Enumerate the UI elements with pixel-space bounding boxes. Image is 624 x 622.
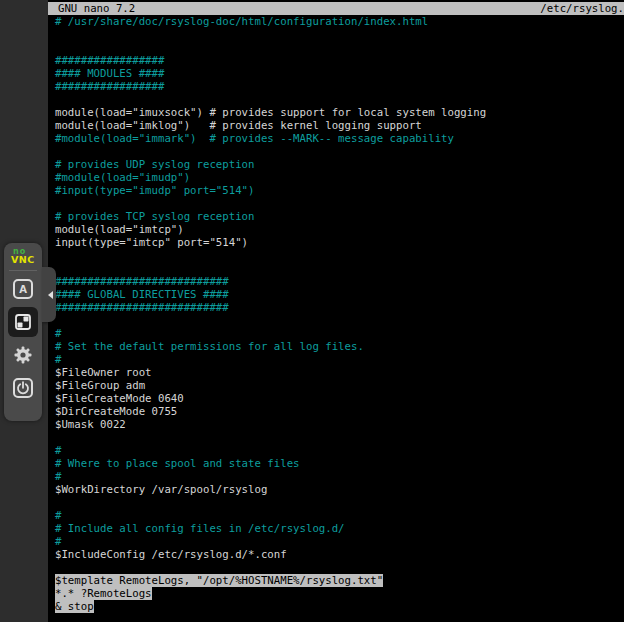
editor-line: #### MODULES ####: [55, 67, 624, 80]
editor-line: $template RemoteLogs, "/opt/%HOSTNAME%/r…: [55, 574, 624, 587]
editor-line: #module(load="imudp"): [55, 171, 624, 184]
editor-line: [55, 41, 624, 54]
editor-line: $FileGroup adm: [55, 379, 624, 392]
editor-line: $DirCreateMode 0755: [55, 405, 624, 418]
editor-line: #################: [55, 80, 624, 93]
editor-line: [55, 262, 624, 275]
editor-line: #input(type="imudp" port="514"): [55, 184, 624, 197]
power-icon: [13, 378, 33, 398]
editor-line: ###########################: [55, 301, 624, 314]
power-button[interactable]: [8, 373, 38, 403]
editor-line: [55, 93, 624, 106]
editor-line: *.* ?RemoteLogs: [55, 587, 624, 600]
editor-line: input(type="imtcp" port="514"): [55, 236, 624, 249]
editor-line: $WorkDirectory /var/spool/rsyslog: [55, 483, 624, 496]
editor-line: # /usr/share/doc/rsyslog-doc/html/config…: [55, 15, 624, 28]
editor-line: # provides UDP syslog reception: [55, 158, 624, 171]
editor-lines: # /usr/share/doc/rsyslog-doc/html/config…: [55, 15, 624, 613]
editor-line: [55, 197, 624, 210]
editor-line: ###########################: [55, 275, 624, 288]
control-bar-handle[interactable]: [42, 267, 56, 322]
editor-line: #: [55, 444, 624, 457]
editor-line: $IncludeConfig /etc/rsyslog.d/*.conf: [55, 548, 624, 561]
fullscreen-icon: [13, 312, 33, 332]
editor-line: # Include all config files in /etc/rsysl…: [55, 522, 624, 535]
editor-line: #### GLOBAL DIRECTIVES ####: [55, 288, 624, 301]
editor-line: #: [55, 509, 624, 522]
editor-line: $Umask 0022: [55, 418, 624, 431]
editor-line: #################: [55, 54, 624, 67]
editor-line: [55, 496, 624, 509]
editor-line: #module(load="immark") # provides --MARK…: [55, 132, 624, 145]
editor-line: # provides TCP syslog reception: [55, 210, 624, 223]
editor-line: module(load="imtcp"): [55, 223, 624, 236]
editor-line: [55, 145, 624, 158]
editor-line: $FileOwner root: [55, 366, 624, 379]
editor-line: [55, 314, 624, 327]
editor-line: [55, 561, 624, 574]
open-file-path: /etc/rsyslog.: [540, 2, 624, 15]
fullscreen-button[interactable]: [8, 307, 38, 337]
gear-icon: [13, 345, 33, 365]
editor-line: $FileCreateMode 0640: [55, 392, 624, 405]
novnc-logo: no VNC: [11, 248, 35, 265]
editor-line: #: [55, 327, 624, 340]
nano-version-title: GNU nano 7.2: [58, 2, 135, 15]
novnc-logo-vnc: VNC: [11, 255, 35, 265]
nano-titlebar: GNU nano 7.2 /etc/rsyslog.: [48, 2, 624, 15]
editor-line: [55, 28, 624, 41]
collapse-arrow-icon: [48, 291, 53, 299]
novnc-control-bar: no VNC A: [4, 243, 42, 421]
a-key-icon: A: [13, 279, 33, 299]
editor-line: #: [55, 535, 624, 548]
editor-line: [55, 431, 624, 444]
editor-line: module(load="imuxsock") # provides suppo…: [55, 106, 624, 119]
extra-keys-button[interactable]: A: [8, 274, 38, 304]
editor-line: #: [55, 353, 624, 366]
editor-line: # Set the default permissions for all lo…: [55, 340, 624, 353]
settings-button[interactable]: [8, 340, 38, 370]
panel-divider: [9, 270, 37, 271]
editor-line: module(load="imklog") # provides kernel …: [55, 119, 624, 132]
terminal-screen[interactable]: GNU nano 7.2 /etc/rsyslog. # /usr/share/…: [48, 0, 624, 622]
editor-line: #: [55, 470, 624, 483]
editor-line: & stop: [55, 600, 624, 613]
editor-line: # Where to place spool and state files: [55, 457, 624, 470]
editor-line: [55, 249, 624, 262]
